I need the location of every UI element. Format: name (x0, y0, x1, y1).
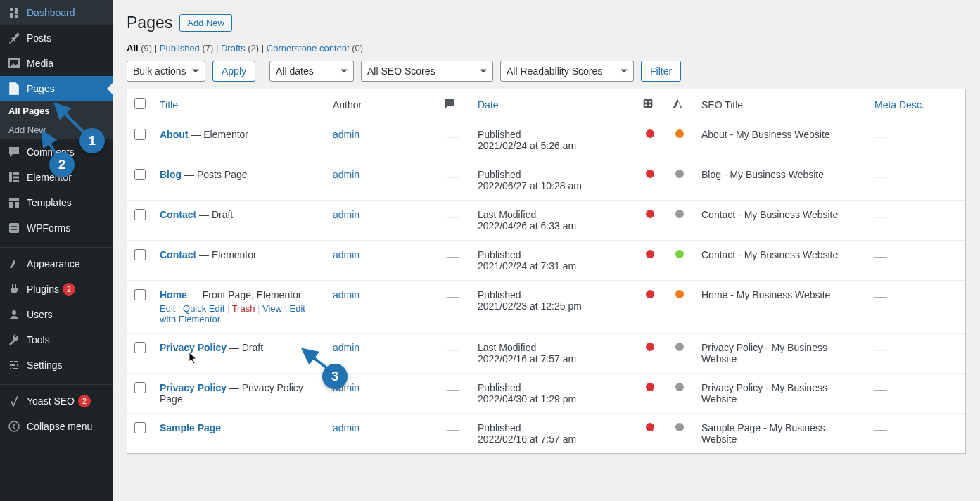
sidebar-item-label: WPForms (27, 222, 70, 234)
col-seo-score-header[interactable] (635, 89, 665, 120)
page-state: — Draft (196, 209, 233, 220)
author-link[interactable]: admin (333, 249, 359, 260)
row-checkbox[interactable] (134, 169, 146, 180)
seo-title-text: Blog - My Business Website (694, 160, 867, 201)
sidebar-item-label: Plugins (27, 284, 59, 295)
sidebar-item-posts[interactable]: Posts (0, 25, 113, 51)
row-checkbox[interactable] (134, 422, 146, 433)
page-title-link[interactable]: Privacy Policy (160, 382, 227, 393)
sidebar-item-users[interactable]: Users (0, 302, 113, 327)
sidebar-item-wpforms[interactable]: WPForms (0, 215, 113, 241)
sidebar-item-yoast-seo[interactable]: Yoast SEO2 (0, 388, 113, 414)
page-title-link[interactable]: Blog (160, 169, 182, 180)
toolbar: Bulk actions Apply All dates All SEO Sco… (127, 61, 966, 82)
row-checkbox[interactable] (134, 209, 146, 220)
collapse-icon (7, 419, 21, 433)
readability-dot (675, 383, 684, 391)
seo-score-dot (646, 343, 654, 351)
select-all-cell (127, 89, 153, 120)
author-link[interactable]: admin (333, 422, 359, 433)
row-checkbox[interactable] (134, 289, 146, 300)
col-readability-header[interactable] (665, 89, 694, 120)
svg-rect-13 (13, 368, 18, 369)
filter-button[interactable]: Filter (641, 61, 681, 82)
author-link[interactable]: admin (333, 169, 359, 180)
no-comments: — (447, 169, 459, 183)
row-checkbox[interactable] (134, 129, 146, 140)
date-status: Published (478, 249, 628, 260)
author-link[interactable]: admin (333, 209, 359, 220)
edit-link[interactable]: Edit (160, 303, 175, 314)
date-value: 2022/04/26 at 6:33 am (478, 220, 628, 232)
row-checkbox[interactable] (134, 382, 146, 393)
readability-dot (675, 170, 684, 178)
date-value: 2021/02/24 at 7:31 am (478, 260, 628, 272)
no-comments: — (447, 382, 459, 396)
readability-dot (675, 210, 684, 218)
page-icon (7, 82, 21, 96)
seo-scores-select[interactable]: All SEO Scores (361, 61, 493, 82)
date-value: 2022/06/27 at 10:28 am (478, 180, 628, 191)
sidebar-item-media[interactable]: Media (0, 51, 113, 76)
page-title-link[interactable]: Contact (160, 249, 196, 260)
col-author-header: Author (326, 89, 435, 120)
seo-score-dot (646, 290, 654, 298)
dates-select[interactable]: All dates (269, 61, 354, 82)
svg-rect-3 (13, 180, 19, 182)
pages-table: Title Author Date SEO Title Meta Desc. A… (127, 89, 966, 454)
col-comments-header[interactable] (435, 89, 471, 120)
seo-title-text: Privacy Policy - My Business Website (694, 334, 867, 374)
sidebar-item-templates[interactable]: Templates (0, 190, 113, 215)
table-row: Home — Front Page, ElementorEdit | Quick… (127, 281, 965, 334)
row-checkbox[interactable] (134, 342, 146, 353)
page-title-link[interactable]: Privacy Policy (160, 342, 227, 353)
sidebar-item-settings[interactable]: Settings (0, 353, 113, 378)
sidebar-item-tools[interactable]: Tools (0, 327, 113, 353)
sidebar-item-label: Posts (27, 32, 51, 44)
filter-published[interactable]: Published (160, 43, 200, 53)
sidebar-item-dashboard[interactable]: Dashboard (0, 0, 113, 25)
filter-drafts[interactable]: Drafts (221, 43, 246, 53)
admin-sidebar: DashboardPostsMediaPagesAll PagesAdd New… (0, 0, 113, 501)
date-status: Published (478, 169, 628, 180)
filter-all[interactable]: All (127, 43, 139, 53)
select-all-checkbox[interactable] (134, 98, 146, 109)
seo-title-text: About - My Business Website (694, 120, 867, 160)
svg-point-17 (649, 101, 651, 102)
sidebar-item-label: Templates (27, 197, 72, 208)
quick-edit-link[interactable]: Quick Edit (183, 303, 224, 314)
sidebar-item-appearance[interactable]: Appearance (0, 251, 113, 277)
page-title-link[interactable]: Sample Page (160, 422, 221, 433)
readability-dot (675, 290, 684, 298)
page-header: Pages Add New (127, 7, 966, 32)
trash-link[interactable]: Trash (232, 303, 255, 314)
seo-score-dot (646, 170, 654, 178)
page-title-link[interactable]: Home (160, 289, 187, 300)
sidebar-item-plugins[interactable]: Plugins2 (0, 277, 113, 302)
seo-score-icon (642, 98, 654, 109)
row-checkbox[interactable] (134, 249, 146, 260)
sidebar-item-collapse-menu[interactable]: Collapse menu (0, 414, 113, 439)
view-link[interactable]: View (262, 303, 282, 314)
readability-select[interactable]: All Readability Scores (500, 61, 634, 82)
bulk-actions-select[interactable]: Bulk actions (127, 61, 205, 82)
page-title-link[interactable]: About (160, 129, 188, 140)
svg-rect-4 (9, 223, 19, 233)
author-link[interactable]: admin (333, 289, 359, 300)
annotation-badge-3: 3 (322, 364, 348, 389)
col-meta-desc-header[interactable]: Meta Desc. (867, 89, 965, 120)
col-seo-title-header: SEO Title (694, 89, 867, 120)
sidebar-item-label: Yoast SEO (27, 395, 75, 407)
col-date-header[interactable]: Date (471, 89, 635, 120)
author-link[interactable]: admin (333, 129, 359, 140)
svg-point-14 (9, 421, 19, 431)
sidebar-item-label: Collapse menu (27, 421, 92, 432)
add-new-button[interactable]: Add New (179, 14, 232, 32)
table-row: Contact — Draftadmin—Last Modified2022/0… (127, 201, 965, 241)
sidebar-item-pages[interactable]: Pages (0, 76, 113, 101)
col-title-header[interactable]: Title (153, 89, 326, 120)
page-state: — Draft (227, 342, 263, 353)
page-title-link[interactable]: Contact (160, 209, 196, 220)
filter-cornerstone[interactable]: Cornerstone content (267, 43, 350, 53)
apply-button[interactable]: Apply (212, 61, 255, 82)
